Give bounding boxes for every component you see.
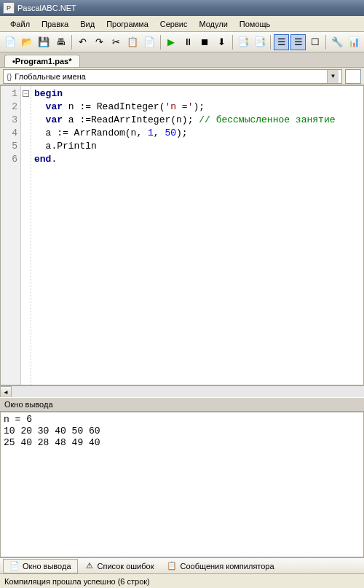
toolbar-button-24[interactable]: 📊	[346, 34, 361, 50]
window-title: PascalABC.NET	[17, 4, 76, 12]
document-tab[interactable]: •Program1.pas*	[4, 55, 80, 67]
tab-label: Сообщения компилятора	[180, 562, 274, 571]
app-icon: P	[3, 2, 15, 14]
toolbar-button-14[interactable]: ⬇	[214, 34, 229, 50]
output-panel-title: Окно вывода	[0, 397, 364, 412]
tab-label: Список ошибок	[98, 562, 154, 571]
toolbar-button-0[interactable]: 📄	[3, 34, 18, 50]
menu-edit[interactable]: Правка	[36, 17, 74, 31]
fold-minus-icon[interactable]: −	[23, 90, 29, 97]
statusbar: Компиляция прошла успешно (6 строк)	[0, 573, 364, 588]
toolbar-button-2[interactable]: 💾	[36, 34, 52, 50]
toolbar-button-5[interactable]: ↶	[75, 34, 90, 50]
menu-view[interactable]: Вид	[74, 17, 100, 31]
menu-modules[interactable]: Модули	[193, 17, 233, 31]
bottom-tab-2[interactable]: 📋Сообщения компилятора	[160, 559, 280, 573]
bottom-tabs: 📄Окно вывода⚠Список ошибок📋Сообщения ком…	[0, 557, 364, 573]
menu-file[interactable]: Файл	[4, 17, 36, 31]
scope-bar: {} Глобальные имена ▼	[0, 68, 364, 85]
tab-icon: 📋	[167, 561, 177, 571]
bottom-tab-0[interactable]: 📄Окно вывода	[3, 559, 78, 573]
titlebar: P PascalABC.NET	[0, 0, 364, 16]
toolbar: 📄📂💾🖶↶↷✂📋📄▶⏸⏹⬇📑📑☰☰☐🔧📊	[0, 32, 364, 52]
toolbar-button-8[interactable]: 📋	[125, 34, 141, 50]
scope-label: Глобальные имена	[15, 72, 327, 81]
toolbar-button-19[interactable]: ☰	[274, 34, 289, 50]
search-input[interactable]	[345, 69, 361, 84]
toolbar-button-21[interactable]: ☐	[307, 34, 323, 50]
toolbar-button-3[interactable]: 🖶	[53, 34, 68, 50]
toolbar-button-7[interactable]: ✂	[108, 34, 124, 50]
toolbar-button-1[interactable]: 📂	[20, 34, 35, 50]
menu-help[interactable]: Помощь	[234, 17, 277, 31]
menu-service[interactable]: Сервис	[154, 17, 194, 31]
toolbar-button-17[interactable]: 📑	[252, 34, 267, 50]
braces-icon: {}	[7, 72, 12, 81]
bottom-tab-1[interactable]: ⚠Список ошибок	[78, 559, 161, 573]
chevron-down-icon[interactable]: ▼	[327, 70, 339, 83]
horizontal-scrollbar[interactable]: ◄	[0, 385, 364, 397]
menu-program[interactable]: Программа	[100, 17, 154, 31]
menubar: Файл Правка Вид Программа Сервис Модули …	[0, 16, 364, 32]
tab-area: •Program1.pas*	[0, 52, 364, 68]
toolbar-button-11[interactable]: ▶	[164, 34, 179, 50]
tab-label: Окно вывода	[23, 562, 71, 571]
status-text: Компиляция прошла успешно (6 строк)	[4, 577, 150, 586]
toolbar-button-16[interactable]: 📑	[235, 34, 250, 50]
fold-column: −	[21, 86, 31, 385]
scope-dropdown[interactable]: {} Глобальные имена ▼	[3, 69, 342, 84]
code-editor[interactable]: 123456 − begin var n := ReadInteger('n =…	[0, 85, 364, 385]
tab-icon: 📄	[9, 561, 20, 571]
line-gutter: 123456	[1, 86, 21, 385]
scroll-left-icon[interactable]: ◄	[0, 386, 12, 398]
toolbar-button-6[interactable]: ↷	[92, 34, 107, 50]
toolbar-button-9[interactable]: 📄	[142, 34, 157, 50]
toolbar-button-20[interactable]: ☰	[290, 34, 306, 50]
toolbar-button-13[interactable]: ⏹	[197, 34, 213, 50]
output-panel[interactable]: n = 6 10 20 30 40 50 60 25 40 28 48 49 4…	[0, 412, 364, 557]
toolbar-button-23[interactable]: 🔧	[329, 34, 344, 50]
code-area[interactable]: begin var n := ReadInteger('n ='); var a…	[31, 86, 363, 385]
toolbar-button-12[interactable]: ⏸	[181, 34, 196, 50]
tab-icon: ⚠	[84, 561, 95, 571]
